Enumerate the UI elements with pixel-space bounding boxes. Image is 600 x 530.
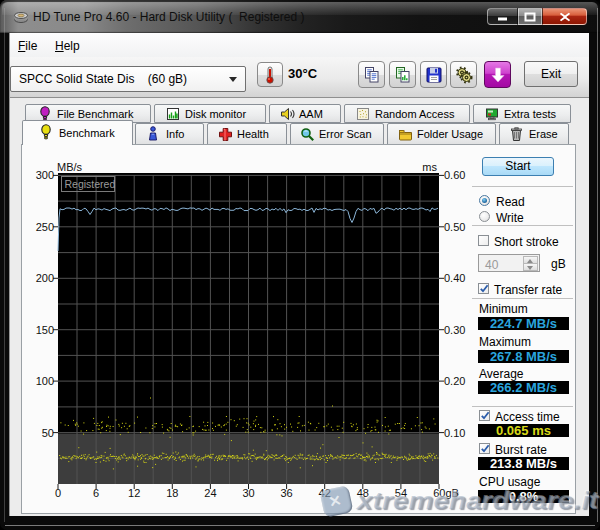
svg-text:100: 100 <box>36 375 54 387</box>
svg-text:0.40: 0.40 <box>444 272 465 284</box>
svg-text:0.20: 0.20 <box>444 375 465 387</box>
svg-text:18: 18 <box>166 487 178 499</box>
svg-text:50: 50 <box>42 427 54 439</box>
svg-text:0: 0 <box>55 487 61 499</box>
svg-text:24: 24 <box>204 487 216 499</box>
svg-text:200: 200 <box>36 272 54 284</box>
svg-text:0.10: 0.10 <box>444 427 465 439</box>
svg-text:150: 150 <box>36 324 54 336</box>
svg-text:12: 12 <box>128 487 140 499</box>
svg-text:36: 36 <box>280 487 292 499</box>
svg-text:6: 6 <box>93 487 99 499</box>
svg-text:ms: ms <box>422 161 437 173</box>
svg-text:Registered: Registered <box>65 178 116 190</box>
svg-text:300: 300 <box>36 169 54 181</box>
svg-text:60gB: 60gB <box>433 487 459 499</box>
svg-text:0.30: 0.30 <box>444 324 465 336</box>
svg-text:0.50: 0.50 <box>444 221 465 233</box>
svg-text:54: 54 <box>395 487 407 499</box>
svg-text:MB/s: MB/s <box>57 161 83 173</box>
svg-text:0.60: 0.60 <box>444 169 465 181</box>
svg-text:42: 42 <box>319 487 331 499</box>
svg-text:250: 250 <box>36 221 54 233</box>
svg-text:48: 48 <box>357 487 369 499</box>
svg-text:30: 30 <box>242 487 254 499</box>
